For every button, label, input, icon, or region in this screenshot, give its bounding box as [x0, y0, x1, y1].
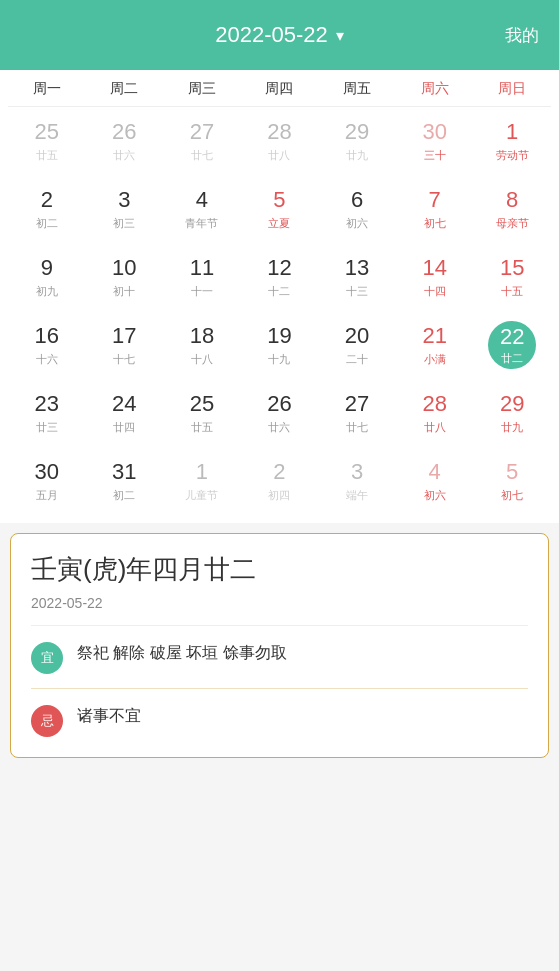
day-lunar: 十六: [36, 352, 58, 367]
day-cell[interactable]: 12十二: [241, 243, 319, 311]
day-number: 13: [345, 255, 369, 281]
ji-badge: 忌: [31, 705, 63, 737]
day-lunar: 廿五: [36, 148, 58, 163]
day-cell[interactable]: 3初三: [86, 175, 164, 243]
ji-row: 忌 诸事不宜: [31, 688, 528, 737]
day-lunar: 廿二: [501, 351, 523, 366]
day-lunar: 廿五: [191, 420, 213, 435]
day-lunar: 十五: [501, 284, 523, 299]
day-lunar: 初七: [424, 216, 446, 231]
day-cell[interactable]: 6初六: [318, 175, 396, 243]
day-cell[interactable]: 15十五: [473, 243, 551, 311]
day-cell[interactable]: 24廿四: [86, 379, 164, 447]
yi-badge: 宜: [31, 642, 63, 674]
day-cell[interactable]: 1劳动节: [473, 107, 551, 175]
day-number: 11: [190, 255, 214, 281]
day-cell[interactable]: 8母亲节: [473, 175, 551, 243]
day-cell[interactable]: 10初十: [86, 243, 164, 311]
day-number: 28: [267, 119, 291, 145]
day-cell[interactable]: 4初六: [396, 447, 474, 515]
day-number: 7: [429, 187, 441, 213]
day-number: 24: [112, 391, 136, 417]
day-cell[interactable]: 19十九: [241, 311, 319, 379]
today-circle: 22廿二: [488, 321, 536, 369]
day-cell[interactable]: 5初七: [473, 447, 551, 515]
day-cell[interactable]: 7初七: [396, 175, 474, 243]
day-lunar: 十九: [268, 352, 290, 367]
day-cell[interactable]: 26廿六: [241, 379, 319, 447]
day-cell[interactable]: 20二十: [318, 311, 396, 379]
day-lunar: 二十: [346, 352, 368, 367]
day-lunar: 小满: [424, 352, 446, 367]
day-cell[interactable]: 31初二: [86, 447, 164, 515]
day-lunar: 廿七: [346, 420, 368, 435]
day-lunar: 初七: [501, 488, 523, 503]
day-cell[interactable]: 1儿童节: [163, 447, 241, 515]
day-number: 28: [422, 391, 446, 417]
day-number: 5: [273, 187, 285, 213]
day-cell[interactable]: 27廿七: [318, 379, 396, 447]
day-cell[interactable]: 21小满: [396, 311, 474, 379]
day-cell[interactable]: 30三十: [396, 107, 474, 175]
day-number: 17: [112, 323, 136, 349]
day-lunar: 十四: [424, 284, 446, 299]
day-number: 16: [35, 323, 59, 349]
day-number: 20: [345, 323, 369, 349]
day-cell[interactable]: 23廿三: [8, 379, 86, 447]
day-number: 30: [422, 119, 446, 145]
mine-button[interactable]: 我的: [505, 24, 539, 47]
day-number: 25: [190, 391, 214, 417]
day-lunar: 廿七: [191, 148, 213, 163]
day-cell[interactable]: 2初四: [241, 447, 319, 515]
day-cell[interactable]: 22廿二: [473, 311, 551, 379]
day-number: 9: [41, 255, 53, 281]
day-cell[interactable]: 18十八: [163, 311, 241, 379]
day-cell[interactable]: 2初二: [8, 175, 86, 243]
day-number: 29: [345, 119, 369, 145]
day-cell[interactable]: 3端午: [318, 447, 396, 515]
day-cell[interactable]: 25廿五: [8, 107, 86, 175]
weekday-label: 周二: [86, 80, 164, 98]
day-lunar: 劳动节: [496, 148, 529, 163]
yi-row: 宜 祭祀 解除 破屋 坏垣 馀事勿取: [31, 640, 528, 674]
day-number: 4: [429, 459, 441, 485]
lunar-info-card: 壬寅(虎)年四月廿二 2022-05-22 宜 祭祀 解除 破屋 坏垣 馀事勿取…: [10, 533, 549, 758]
day-lunar: 十八: [191, 352, 213, 367]
day-cell[interactable]: 26廿六: [86, 107, 164, 175]
lunar-date-title: 壬寅(虎)年四月廿二: [31, 552, 528, 587]
day-number: 27: [190, 119, 214, 145]
day-cell[interactable]: 29廿九: [473, 379, 551, 447]
day-number: 2: [273, 459, 285, 485]
weekday-label: 周日: [473, 80, 551, 98]
day-cell[interactable]: 14十四: [396, 243, 474, 311]
day-number: 22: [500, 324, 524, 350]
day-cell[interactable]: 4青年节: [163, 175, 241, 243]
day-number: 5: [506, 459, 518, 485]
day-cell[interactable]: 25廿五: [163, 379, 241, 447]
calendar: 周一周二周三周四周五周六周日 25廿五26廿六27廿七28廿八29廿九30三十1…: [0, 70, 559, 523]
day-cell[interactable]: 5立夏: [241, 175, 319, 243]
day-cell[interactable]: 28廿八: [241, 107, 319, 175]
day-lunar: 廿六: [113, 148, 135, 163]
day-cell[interactable]: 11十一: [163, 243, 241, 311]
day-cell[interactable]: 17十七: [86, 311, 164, 379]
day-number: 26: [112, 119, 136, 145]
day-cell[interactable]: 16十六: [8, 311, 86, 379]
day-lunar: 母亲节: [496, 216, 529, 231]
day-lunar: 初四: [268, 488, 290, 503]
day-number: 26: [267, 391, 291, 417]
dropdown-arrow-icon[interactable]: ▾: [336, 26, 344, 45]
weekday-label: 周三: [163, 80, 241, 98]
day-cell[interactable]: 27廿七: [163, 107, 241, 175]
day-lunar: 初二: [36, 216, 58, 231]
day-cell[interactable]: 13十三: [318, 243, 396, 311]
day-cell[interactable]: 28廿八: [396, 379, 474, 447]
day-number: 3: [118, 187, 130, 213]
day-cell[interactable]: 9初九: [8, 243, 86, 311]
day-number: 31: [112, 459, 136, 485]
day-cell[interactable]: 29廿九: [318, 107, 396, 175]
day-lunar: 初二: [113, 488, 135, 503]
day-number: 15: [500, 255, 524, 281]
header-title[interactable]: 2022-05-22 ▾: [215, 22, 344, 48]
day-cell[interactable]: 30五月: [8, 447, 86, 515]
